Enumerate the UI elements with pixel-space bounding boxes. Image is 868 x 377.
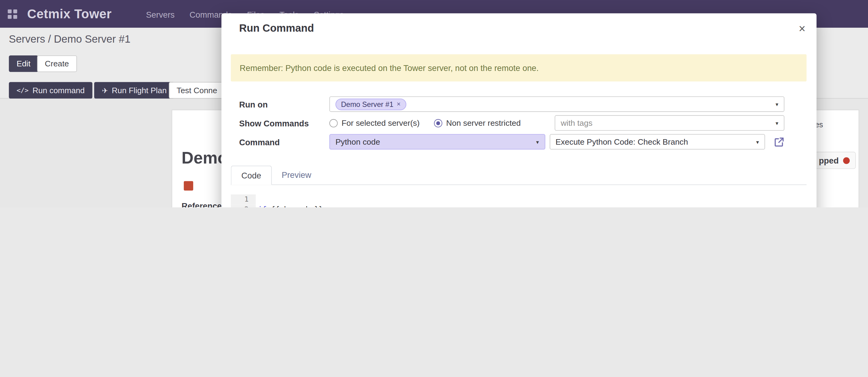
nav-item-servers[interactable]: Servers <box>146 10 175 19</box>
dialog-header: Run Command × <box>222 13 816 41</box>
run-on-label: Run on <box>231 99 329 109</box>
line-number: 2 <box>244 204 249 207</box>
chevron-down-icon: ▾ <box>771 101 778 107</box>
command-value: Execute Python Code: Check Branch <box>555 137 688 146</box>
notebook-tabs: Code Preview <box>231 166 807 185</box>
gutter-cell: 2▾ <box>231 204 256 207</box>
edit-button[interactable]: Edit <box>9 55 38 72</box>
radio-for-selected-servers-label[interactable]: For selected server(s) <box>341 118 420 127</box>
apps-grid-dot <box>8 14 11 19</box>
code-line-content <box>256 194 807 204</box>
chevron-down-icon: ▾ <box>532 139 539 145</box>
command-type-select[interactable]: Python code ▾ <box>329 134 545 149</box>
line-number: 1 <box>244 194 249 204</box>
command-type-value: Python code <box>335 137 380 146</box>
radio-non-server-restricted-label[interactable]: Non server restricted <box>446 118 521 127</box>
command-row: Command Python code ▾ Execute Python Cod… <box>231 133 807 151</box>
run-command-button[interactable]: </> Run command <box>9 82 93 99</box>
run-flight-plan-button[interactable]: ✈ Run Flight Plan <box>94 82 175 99</box>
breadcrumb-separator: / <box>48 33 51 45</box>
tab-code[interactable]: Code <box>231 166 272 185</box>
radio-non-server-restricted[interactable] <box>434 119 442 127</box>
tag-remove-icon[interactable]: × <box>397 100 401 108</box>
apps-grid-dot <box>8 9 11 13</box>
run-on-select[interactable]: Demo Server #1 × ▾ <box>329 96 784 112</box>
fold-arrow-icon[interactable]: ▾ <box>249 204 256 207</box>
screen: Cetmix Tower ServersCommandsFilesToolsSe… <box>0 0 868 207</box>
gutter-cell: 1 <box>231 194 256 204</box>
dialog-title: Run Command <box>239 22 314 34</box>
with-tags-select[interactable]: with tags ▾ <box>555 115 785 130</box>
reference-label: Reference <box>182 201 222 207</box>
apps-grid-icon[interactable] <box>8 9 17 19</box>
show-commands-row: Show Commands For selected server(s) Non… <box>231 114 807 133</box>
breadcrumb: Servers / Demo Server #1 <box>9 33 130 46</box>
code-line-content: if {{ branch }}: <box>256 204 807 207</box>
code-editor[interactable]: 12▾if {{ branch }}:3 COMMAND_RESULT={"ex… <box>231 194 807 207</box>
command-select[interactable]: Execute Python Code: Check Branch ▾ <box>549 134 765 149</box>
apps-grid-dot <box>13 14 17 19</box>
dialog-body: Remember: Python code is executed on the… <box>222 41 816 207</box>
warning-alert: Remember: Python code is executed on the… <box>231 54 807 81</box>
chevron-down-icon: ▾ <box>771 120 778 126</box>
breadcrumb-link-servers[interactable]: Servers <box>9 33 45 45</box>
apps-grid-dot <box>13 9 17 13</box>
code-token: {{ branch }}: <box>267 205 327 207</box>
status-dot-icon <box>843 157 850 164</box>
brand-title[interactable]: Cetmix Tower <box>27 6 112 21</box>
run-command-label: Run command <box>33 86 85 95</box>
command-label: Command <box>231 137 329 146</box>
status-label-fragment: pped <box>819 155 838 165</box>
chevron-down-icon: ▾ <box>752 139 759 145</box>
radio-for-selected-servers[interactable] <box>329 119 338 127</box>
create-button[interactable]: Create <box>37 55 77 72</box>
editor-line-2: 2▾if {{ branch }}: <box>231 204 807 207</box>
close-icon[interactable]: × <box>799 23 805 34</box>
code-icon: </> <box>17 86 29 94</box>
code-token: if <box>258 205 267 207</box>
run-command-dialog: Run Command × Remember: Python code is e… <box>222 13 816 207</box>
external-link-icon[interactable] <box>774 137 785 147</box>
run-on-row: Run on Demo Server #1 × ▾ <box>231 95 807 114</box>
run-flight-plan-label: Run Flight Plan <box>112 86 166 95</box>
server-title-fragment: Demo <box>182 148 228 167</box>
server-tag: Demo Server #1 × <box>335 98 406 110</box>
tab-preview[interactable]: Preview <box>272 166 321 184</box>
color-swatch[interactable] <box>184 181 193 191</box>
with-tags-placeholder: with tags <box>561 118 593 127</box>
breadcrumb-current: Demo Server #1 <box>54 33 130 45</box>
paper-plane-icon: ✈ <box>102 86 108 94</box>
server-tag-label: Demo Server #1 <box>341 100 393 108</box>
show-commands-label: Show Commands <box>231 118 329 127</box>
editor-line-1: 1 <box>231 194 807 204</box>
